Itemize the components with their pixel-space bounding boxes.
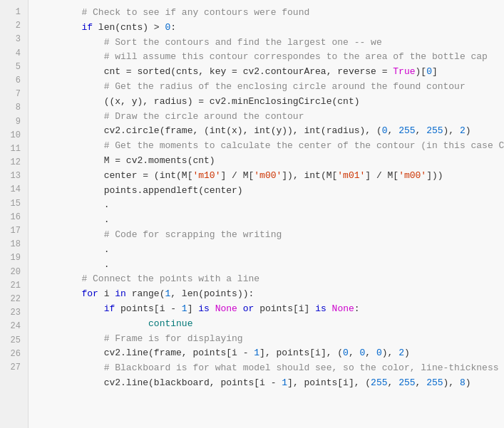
line-number: 11: [7, 142, 21, 156]
line-number: 19: [7, 251, 21, 265]
line-number: 25: [7, 334, 21, 348]
code-line: ((x, y), radius) = cv2.minEnclosingCircl…: [37, 95, 495, 110]
code-line: # Sort the contours and find the largest…: [37, 36, 495, 51]
code-line: .: [37, 198, 495, 213]
line-number: 16: [7, 211, 21, 224]
line-number: 24: [7, 320, 21, 333]
code-line: # Frame is for displaying: [37, 332, 495, 347]
line-number: 3: [7, 33, 21, 46]
line-number: 23: [7, 306, 21, 320]
code-line: .: [37, 243, 495, 258]
line-number: 22: [7, 293, 21, 306]
line-number: 1: [7, 6, 21, 19]
line-number: 14: [7, 183, 21, 197]
code-line: cv2.line(blackboard, points[i - 1], poin…: [37, 376, 495, 391]
code-line: cv2.circle(frame, (int(x), int(y)), int(…: [37, 124, 495, 139]
code-line: # Connect the points with a line: [37, 272, 495, 287]
code-line: # Code for scrapping the writing: [37, 228, 495, 243]
line-number: 27: [7, 361, 21, 375]
line-number: 9: [7, 115, 21, 129]
line-number: 12: [7, 156, 21, 169]
line-number: 7: [7, 88, 21, 101]
line-number: 18: [7, 238, 21, 251]
code-line: center = (int(M['m10'] / M['m00']), int(…: [37, 169, 495, 184]
code-line: # will assume this contour correspondes …: [37, 50, 495, 65]
line-number: 10: [7, 129, 21, 142]
code-line: .: [37, 258, 495, 273]
line-number: 17: [7, 224, 21, 238]
code-line: # Check to see if any contours were foun…: [37, 6, 495, 21]
code-line: points.appendleft(center): [37, 184, 495, 199]
code-line: if points[i - 1] is None or points[i] is…: [37, 302, 495, 317]
line-number: 4: [7, 47, 21, 61]
code-editor: 1234567891011121314151617181920212223242…: [0, 0, 504, 428]
code-line: for i in range(1, len(points)):: [37, 287, 495, 302]
code-content[interactable]: # Check to see if any contours were foun…: [29, 0, 504, 428]
code-line: cv2.line(frame, points[i - 1], points[i]…: [37, 346, 495, 361]
line-number: 8: [7, 101, 21, 115]
code-line: .: [37, 213, 495, 228]
line-number: 6: [7, 74, 21, 88]
line-number: 5: [7, 61, 21, 74]
line-number: 13: [7, 169, 21, 183]
code-line: M = cv2.moments(cnt): [37, 154, 495, 169]
code-line: # Blackboard is for what model should se…: [37, 361, 495, 376]
code-line: # Get the radius of the enclosing circle…: [37, 80, 495, 95]
line-number: 20: [7, 266, 21, 279]
code-line: cnt = sorted(cnts, key = cv2.contourArea…: [37, 65, 495, 80]
code-line: continue: [37, 317, 495, 332]
code-line: # Get the moments to calculate the cente…: [37, 139, 495, 154]
line-number: 26: [7, 348, 21, 361]
line-number: 2: [7, 19, 21, 33]
code-line: if len(cnts) > 0:: [37, 21, 495, 36]
line-numbers-gutter: 1234567891011121314151617181920212223242…: [0, 0, 29, 428]
line-number: 21: [7, 279, 21, 293]
line-number: 15: [7, 197, 21, 211]
code-line: # Draw the circle around the contour: [37, 110, 495, 125]
